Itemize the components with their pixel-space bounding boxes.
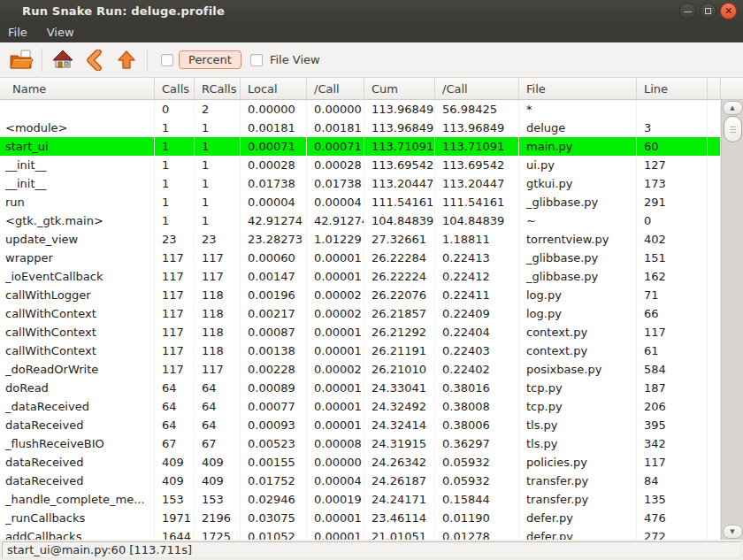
cell-local-per-call: 0.00001 xyxy=(307,249,364,267)
column-header-cum-per-call[interactable]: /Call xyxy=(435,78,519,99)
file-view-checkbox[interactable] xyxy=(250,54,263,66)
percent-checkbox[interactable] xyxy=(161,54,173,66)
table-row[interactable]: _doReadOrWrite 117 117 0.00228 0.00002 2… xyxy=(0,360,721,379)
column-header-local[interactable]: Local xyxy=(241,78,307,99)
cell-cum-per-call: 0.15844 xyxy=(435,490,519,509)
menu-view[interactable]: View xyxy=(47,26,74,39)
cell-name: <gtk._gtk.main> xyxy=(0,211,155,230)
up-button[interactable] xyxy=(111,45,142,75)
percent-label[interactable]: Percent xyxy=(179,50,241,69)
table-row[interactable]: <gtk._gtk.main> 1 1 42.91274 42.91274 10… xyxy=(0,211,721,230)
table-row[interactable]: addCallbacks 1644 1725 0.01052 0.00001 2… xyxy=(0,527,721,540)
table-row[interactable]: callWithLogger 117 118 0.00196 0.00002 2… xyxy=(0,286,721,304)
cell-line: 71 xyxy=(637,286,708,304)
cell-line: 187 xyxy=(637,379,708,397)
cell-rcalls: 1 xyxy=(195,211,241,230)
cell-filler xyxy=(708,119,721,137)
window-title: Run Snake Run: deluge.profile xyxy=(0,4,225,18)
titlebar[interactable]: Run Snake Run: deluge.profile — ✕ xyxy=(0,0,743,22)
cell-file: tcp.py xyxy=(519,397,637,416)
cell-local: 0.00138 xyxy=(241,341,307,360)
back-button[interactable] xyxy=(79,45,111,75)
table-row[interactable]: dataReceived 64 64 0.00093 0.00001 24.32… xyxy=(0,416,721,434)
statusbar: start_ui@main.py:60 [113.711s] xyxy=(0,540,743,560)
maximize-button[interactable] xyxy=(700,3,716,19)
home-button[interactable] xyxy=(47,45,79,75)
cell-calls: 117 xyxy=(155,267,195,286)
cell-name: _doReadOrWrite xyxy=(0,360,155,379)
table-row[interactable]: dataReceived 409 409 0.00155 0.00000 24.… xyxy=(0,453,721,472)
cell-cum: 24.26187 xyxy=(364,472,435,490)
table-row[interactable]: doRead 64 64 0.00089 0.00001 24.33041 0.… xyxy=(0,379,721,397)
cell-local: 0.01052 xyxy=(241,527,307,540)
table-row[interactable]: update_view 23 23 23.28273 1.01229 27.32… xyxy=(0,230,721,249)
column-header-file[interactable]: File xyxy=(519,78,637,99)
cell-local: 0.00077 xyxy=(241,397,307,416)
cell-line xyxy=(637,100,708,119)
table-row[interactable]: callWithContext 117 118 0.00138 0.00001 … xyxy=(0,341,721,360)
cell-line: 84 xyxy=(637,472,708,490)
cell-cum-per-call: 0.22404 xyxy=(435,323,519,341)
table-row[interactable]: __init__ 1 1 0.01738 0.01738 113.20447 1… xyxy=(0,174,721,193)
cell-line: 395 xyxy=(637,416,708,434)
file-view-toggle: File View xyxy=(250,51,322,68)
scroll-down-button[interactable]: ▼ xyxy=(723,525,743,539)
vertical-scrollbar[interactable]: ▲ ▼ xyxy=(721,100,743,540)
table-row[interactable]: 0 2 0.00000 0.00000 113.96849 56.98425 * xyxy=(0,100,721,119)
cell-calls: 117 xyxy=(155,304,195,323)
table-row[interactable]: wrapper 117 117 0.00060 0.00001 26.22284… xyxy=(0,249,721,267)
table-row[interactable]: callWithContext 117 118 0.00217 0.00002 … xyxy=(0,304,721,323)
cell-line: 61 xyxy=(637,341,708,360)
cell-local: 0.00071 xyxy=(241,137,307,156)
table-row[interactable]: run 1 1 0.00004 0.00004 111.54161 111.54… xyxy=(0,193,721,211)
table-row[interactable]: _runCallbacks 1971 2196 0.03075 0.00001 … xyxy=(0,509,721,527)
cell-local: 0.00087 xyxy=(241,323,307,341)
cell-cum: 113.96849 xyxy=(364,119,435,137)
cell-file: ui.py xyxy=(519,156,637,174)
cell-file: tls.py xyxy=(519,434,637,453)
column-header-rcalls[interactable]: RCalls xyxy=(195,78,241,99)
table-row[interactable]: start_ui 1 1 0.00071 0.00071 113.71091 1… xyxy=(0,137,721,156)
cell-rcalls: 2196 xyxy=(195,509,241,527)
cell-line: 117 xyxy=(637,323,708,341)
menu-file[interactable]: File xyxy=(8,26,27,39)
cell-rcalls: 2 xyxy=(195,100,241,119)
minimize-button[interactable]: — xyxy=(679,3,696,19)
table-row[interactable]: dataReceived 409 409 0.01752 0.00004 24.… xyxy=(0,472,721,490)
cell-rcalls: 117 xyxy=(195,249,241,267)
table-row[interactable]: __init__ 1 1 0.00028 0.00028 113.69542 1… xyxy=(0,156,721,174)
cell-rcalls: 118 xyxy=(195,341,241,360)
table-row[interactable]: _dataReceived 64 64 0.00077 0.00001 24.3… xyxy=(0,397,721,416)
scrollbar-thumb[interactable] xyxy=(724,116,742,142)
scroll-up-button[interactable]: ▲ xyxy=(723,101,743,115)
file-view-label[interactable]: File View xyxy=(268,51,322,68)
column-header-name[interactable]: Name xyxy=(0,78,155,99)
home-icon xyxy=(51,49,74,72)
column-header-cum[interactable]: Cum xyxy=(364,78,435,99)
column-header-local-per-call[interactable]: /Call xyxy=(307,78,364,99)
cell-file: defer.py xyxy=(519,527,637,540)
cell-cum: 26.21857 xyxy=(364,304,435,323)
open-button[interactable] xyxy=(5,45,37,75)
scrollbar-track[interactable] xyxy=(722,116,743,524)
cell-filler xyxy=(708,193,721,211)
table-row[interactable]: <module> 1 1 0.00181 0.00181 113.96849 1… xyxy=(0,119,721,137)
cell-filler xyxy=(708,397,721,416)
cell-filler xyxy=(708,490,721,509)
table-row[interactable]: _ioEventCallback 117 117 0.00147 0.00001… xyxy=(0,267,721,286)
cell-calls: 64 xyxy=(155,379,195,397)
column-header-calls[interactable]: Calls xyxy=(155,78,195,99)
cell-cum-per-call: 0.36297 xyxy=(435,434,519,453)
table-row[interactable]: callWithContext 117 118 0.00087 0.00001 … xyxy=(0,323,721,341)
cell-file: transfer.py xyxy=(519,472,637,490)
close-button[interactable]: ✕ xyxy=(720,3,737,19)
cell-filler xyxy=(708,341,721,360)
column-header-line[interactable]: Line xyxy=(637,78,708,99)
cell-name: __init__ xyxy=(0,156,155,174)
cell-name: addCallbacks xyxy=(0,527,155,540)
cell-local-per-call: 0.00004 xyxy=(307,472,364,490)
cell-line: 151 xyxy=(637,249,708,267)
table-row[interactable]: _handle_complete_me... 153 153 0.02946 0… xyxy=(0,490,721,509)
table-row[interactable]: _flushReceiveBIO 67 67 0.00523 0.00008 2… xyxy=(0,434,721,453)
cell-file: tls.py xyxy=(519,416,637,434)
